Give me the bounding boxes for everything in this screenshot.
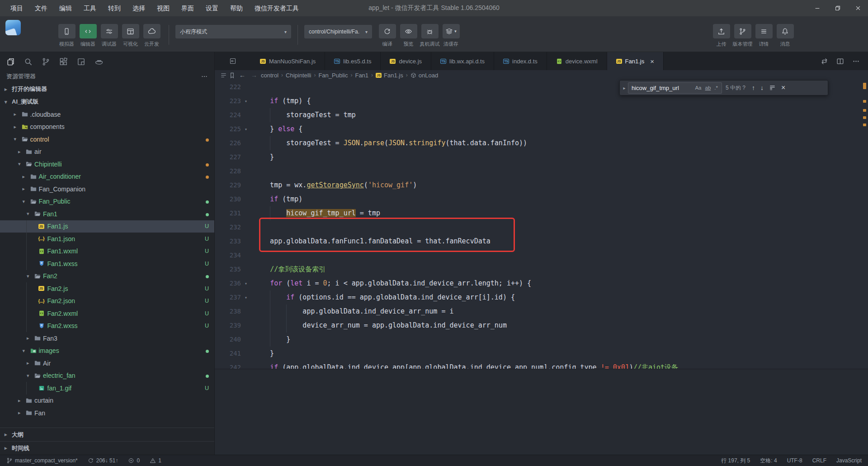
split-editor-icon[interactable]	[836, 57, 844, 65]
compare-changes-icon[interactable]	[821, 57, 828, 65]
restore-button[interactable]	[827, 0, 848, 16]
tab-device.wxml[interactable]: device.wxml	[547, 52, 607, 70]
menu-item-界面[interactable]: 界面	[175, 0, 200, 16]
appmode-select[interactable]: 小程序模式 ▾	[175, 25, 291, 38]
tree-item-Fan_Companion[interactable]: ▸Fan_Companion	[0, 183, 214, 195]
project-avatar[interactable]	[5, 20, 21, 35]
tree-item-air[interactable]: ▸air	[0, 146, 214, 158]
toolbar-button-调试器[interactable]: 调试器	[99, 24, 120, 48]
tree-item-Fan2.wxml[interactable]: Fan2.wxmlU	[0, 307, 214, 320]
menu-item-微信开发者工具[interactable]: 微信开发者工具	[249, 0, 305, 16]
tree-item-fan_1.gif[interactable]: fan_1.gifU	[0, 382, 214, 395]
breadcrumb-item-onLoad[interactable]: onLoad	[410, 72, 438, 79]
tree-item-Fan1[interactable]: ▾Fan1	[0, 208, 214, 220]
tab-Fan1.js[interactable]: JSFan1.js×	[607, 52, 664, 70]
breadcrumb-item-Chipintelli[interactable]: Chipintelli	[286, 72, 311, 79]
tree-item-Fan[interactable]: ▸Fan	[0, 407, 214, 419]
code-editor[interactable]: 222223▾ if (tmp) {224 storageTest = tmp2…	[215, 80, 868, 369]
toolbar-button-预览[interactable]: 预览	[398, 24, 419, 48]
dock-editor-icon[interactable]	[215, 52, 251, 70]
tree-item-Fan1.wxss[interactable]: Fan1.wxssU	[0, 257, 214, 270]
fold-chevron-icon[interactable]: ▾	[241, 290, 251, 304]
search-icon[interactable]	[24, 57, 33, 66]
timeline-section[interactable]: ▸ 时间线	[0, 441, 214, 455]
outline-section[interactable]: ▸ 大纲	[0, 428, 214, 441]
status-error[interactable]: 0	[128, 457, 140, 464]
whole-word-toggle[interactable]: ab	[703, 85, 713, 90]
breadcrumb-item-Fan1[interactable]: Fan1	[355, 72, 368, 79]
fold-chevron-icon[interactable]: ▾	[241, 94, 251, 108]
navigate-forward-icon[interactable]: →	[249, 71, 259, 79]
tab-device.js[interactable]: JSdevice.js	[381, 52, 431, 70]
tree-item-Fan1.js[interactable]: JSFan1.jsU	[0, 220, 214, 233]
extensions-icon[interactable]	[59, 57, 68, 66]
minimize-button[interactable]	[807, 0, 827, 16]
opened-editors-section[interactable]: ▸ 打开的编辑器	[0, 83, 214, 95]
close-tab-icon[interactable]: ×	[650, 57, 654, 65]
tab-index.d.ts[interactable]: TSindex.d.ts	[494, 52, 547, 70]
fold-chevron-icon[interactable]: ▾	[241, 122, 251, 136]
toolbar-button-编译[interactable]: 编译	[377, 24, 398, 48]
tab-ManNuoShiFan.js[interactable]: JSManNuoShiFan.js	[251, 52, 325, 70]
toolbar-button-详情[interactable]: 详情	[753, 24, 774, 48]
menu-item-文件[interactable]: 文件	[29, 0, 53, 16]
menu-item-转到[interactable]: 转到	[102, 0, 127, 16]
close-find-icon[interactable]: ×	[778, 84, 787, 92]
tree-item-components[interactable]: ▸components	[0, 121, 214, 133]
tree-item-control[interactable]: ▾control	[0, 133, 214, 146]
tree-item-Fan2[interactable]: ▾Fan2	[0, 270, 214, 283]
tree-item-.cloudbase[interactable]: ▸.cloudbase	[0, 108, 214, 121]
status-right-item-0[interactable]: 行 197, 列 5	[721, 457, 750, 465]
toolbar-button-上传[interactable]: 上传	[711, 24, 732, 48]
breadcrumb-item-control[interactable]: control	[261, 72, 278, 79]
tree-item-Air_conditioner[interactable]: ▸Air_conditioner	[0, 171, 214, 183]
find-in-selection-icon[interactable]	[766, 84, 778, 91]
toolbar-button-编辑器[interactable]: 编辑器	[77, 24, 99, 48]
status-warning[interactable]: 1	[150, 457, 161, 464]
navigate-back-icon[interactable]: ←	[237, 71, 247, 79]
regex-toggle[interactable]: .*	[712, 85, 720, 90]
toolbar-button-可视化[interactable]: 可视化	[120, 24, 141, 48]
status-sync[interactable]: 206↓ 51↑	[88, 457, 118, 464]
tab-lib.es5.d.ts[interactable]: TSlib.es5.d.ts	[325, 52, 381, 70]
tree-item-Fan3[interactable]: ▸Fan3	[0, 332, 214, 345]
page-path-select[interactable]: control/Chipintelli/Fa... ▾	[304, 25, 372, 38]
status-right-item-1[interactable]: 空格: 4	[760, 457, 777, 465]
tree-item-Fan_Public[interactable]: ▾Fan_Public	[0, 195, 214, 208]
tab-lib.wx.api.d.ts[interactable]: TSlib.wx.api.d.ts	[431, 52, 494, 70]
bookmark-icon[interactable]	[229, 72, 236, 79]
status-right-item-2[interactable]: UTF-8	[787, 457, 802, 464]
more-actions-icon[interactable]	[852, 57, 860, 65]
overview-ruler[interactable]	[863, 80, 867, 455]
tree-item-Fan2.js[interactable]: JSFan2.jsU	[0, 282, 214, 295]
tree-item-Chipintelli[interactable]: ▾Chipintelli	[0, 158, 214, 171]
toolbar-button-消息[interactable]: 消息	[774, 24, 796, 48]
breadcrumb-item-Fan1.js[interactable]: JSFan1.js	[376, 72, 403, 79]
menu-item-项目[interactable]: 项目	[5, 0, 29, 16]
next-match-icon[interactable]: ↓	[758, 84, 766, 91]
tree-item-images[interactable]: ▾images	[0, 345, 214, 357]
toolbar-button-模拟器[interactable]: 模拟器	[56, 24, 77, 48]
toolbar-button-真机调试[interactable]: 真机调试	[419, 24, 440, 48]
toggle-replace-icon[interactable]: ▸	[621, 86, 628, 90]
tree-item-curtain[interactable]: ▸curtain	[0, 395, 214, 407]
previous-match-icon[interactable]: ↑	[749, 84, 758, 91]
outline-list-icon[interactable]	[220, 72, 227, 79]
close-button[interactable]	[848, 0, 868, 16]
tree-item-Fan1.json[interactable]: {...}Fan1.jsonU	[0, 233, 214, 245]
more-actions-icon[interactable]	[201, 73, 208, 80]
tree-item-electric_fan[interactable]: ▾electric_fan	[0, 370, 214, 382]
menu-item-视图[interactable]: 视图	[151, 0, 175, 16]
menu-item-选择[interactable]: 选择	[127, 0, 151, 16]
menu-item-设置[interactable]: 设置	[200, 0, 224, 16]
docker-whale-icon[interactable]	[94, 57, 104, 66]
toolbar-button-版本管理[interactable]: 版本管理	[732, 24, 753, 48]
find-input[interactable]: hicow_gif_tmp_url Aa ab .*	[628, 82, 722, 94]
project-root-row[interactable]: ▾ AI_测试版	[0, 95, 214, 108]
tree-item-Air[interactable]: ▸Air	[0, 357, 214, 370]
layout-panel-icon[interactable]	[77, 57, 85, 66]
tree-item-Fan1.wxml[interactable]: Fan1.wxmlU	[0, 245, 214, 258]
match-case-toggle[interactable]: Aa	[693, 85, 703, 90]
status-right-item-4[interactable]: JavaScript	[836, 457, 862, 464]
status-right-item-3[interactable]: CRLF	[812, 457, 826, 464]
